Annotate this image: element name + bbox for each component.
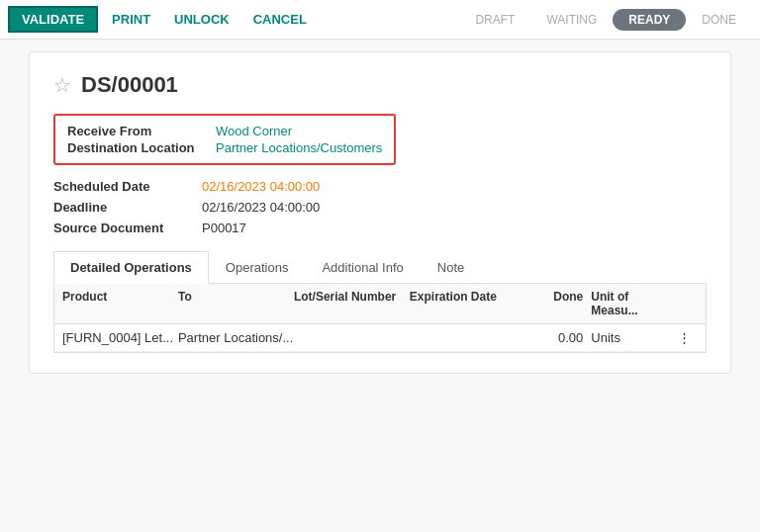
- status-ready: READY: [613, 9, 686, 31]
- status-waiting: WAITING: [530, 9, 613, 31]
- scheduled-date-row: Scheduled Date 02/16/2023 04:00:00: [53, 179, 707, 194]
- scheduled-date-value: 02/16/2023 04:00:00: [202, 179, 320, 194]
- validate-button[interactable]: VALIDATE: [8, 6, 98, 33]
- tab-note[interactable]: Note: [421, 251, 481, 284]
- favorite-star-icon[interactable]: ☆: [53, 73, 71, 97]
- source-document-label: Source Document: [53, 221, 202, 235]
- col-header-menu: [678, 290, 698, 317]
- cell-product: [FURN_0004] Let...: [62, 330, 178, 345]
- col-header-unit: Unit of Measu...: [583, 290, 678, 317]
- col-header-done: Done: [525, 290, 583, 317]
- source-document-row: Source Document P00017: [53, 221, 707, 235]
- deadline-label: Deadline: [53, 200, 202, 215]
- receive-from-value[interactable]: Wood Corner: [216, 124, 292, 138]
- fields-section: Scheduled Date 02/16/2023 04:00:00 Deadl…: [53, 179, 707, 235]
- destination-location-row: Destination Location Partner Locations/C…: [67, 140, 382, 155]
- destination-location-value[interactable]: Partner Locations/Customers: [216, 140, 382, 155]
- cell-to: Partner Locations/...: [178, 330, 294, 345]
- operations-table: Product To Lot/Serial Number Expiration …: [53, 284, 707, 353]
- status-draft: DRAFT: [459, 9, 530, 31]
- tab-detailed-operations[interactable]: Detailed Operations: [53, 251, 209, 284]
- toolbar: VALIDATE PRINT UNLOCK CANCEL DRAFT WAITI…: [0, 0, 760, 40]
- col-header-expiry: Expiration Date: [410, 290, 525, 317]
- record-card: ☆ DS/00001 Receive From Wood Corner Dest…: [29, 51, 731, 374]
- col-header-to: To: [178, 290, 294, 317]
- table-row[interactable]: [FURN_0004] Let... Partner Locations/...…: [54, 324, 706, 352]
- status-bar: DRAFT WAITING READY DONE: [459, 9, 752, 31]
- main-content: ☆ DS/00001 Receive From Wood Corner Dest…: [0, 40, 760, 532]
- source-document-value: P00017: [202, 221, 246, 235]
- destination-location-label: Destination Location: [67, 140, 216, 155]
- highlighted-fields: Receive From Wood Corner Destination Loc…: [53, 114, 396, 165]
- tab-additional-info[interactable]: Additional Info: [305, 251, 420, 284]
- print-button[interactable]: PRINT: [102, 8, 160, 31]
- tab-operations[interactable]: Operations: [209, 251, 306, 284]
- table-header: Product To Lot/Serial Number Expiration …: [54, 284, 706, 324]
- deadline-row: Deadline 02/16/2023 04:00:00: [53, 200, 707, 215]
- col-header-lot: Lot/Serial Number: [294, 290, 410, 317]
- scheduled-date-label: Scheduled Date: [53, 179, 202, 194]
- col-header-product: Product: [62, 290, 178, 317]
- title-row: ☆ DS/00001: [53, 72, 707, 98]
- cancel-button[interactable]: CANCEL: [243, 8, 317, 31]
- cell-done: 0.00: [525, 330, 583, 345]
- deadline-value: 02/16/2023 04:00:00: [202, 200, 320, 215]
- row-menu-icon[interactable]: ⋮: [678, 330, 698, 345]
- receive-from-row: Receive From Wood Corner: [67, 124, 382, 138]
- unlock-button[interactable]: UNLOCK: [164, 8, 239, 31]
- tabs: Detailed Operations Operations Additiona…: [53, 251, 707, 284]
- record-title: DS/00001: [81, 72, 178, 98]
- status-done: DONE: [686, 9, 752, 31]
- cell-unit: Units: [583, 330, 678, 345]
- receive-from-label: Receive From: [67, 124, 216, 138]
